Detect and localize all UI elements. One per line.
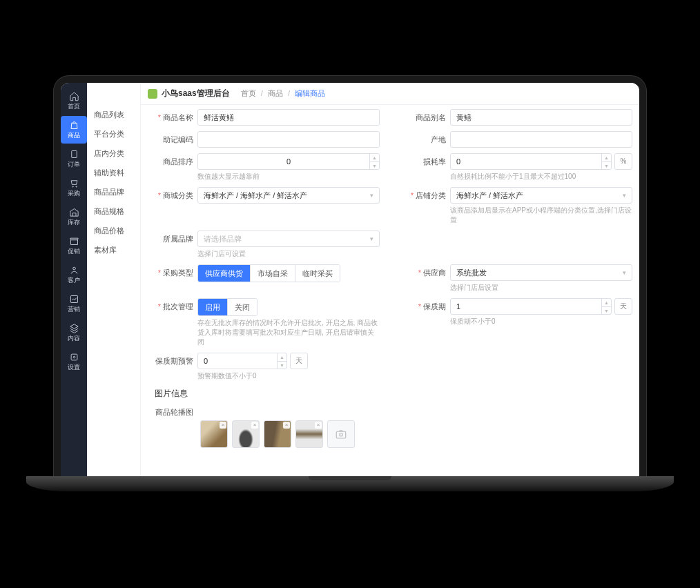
select-mall-cat[interactable]: 海鲜水产 / 海鲜水产 / 鲜活水产 ▾ [197,187,380,204]
gear-icon [68,351,79,362]
add-image-button[interactable] [327,420,355,448]
nav-home[interactable]: 首页 [61,87,87,115]
subnav-item[interactable]: 商品价格 [87,221,140,240]
input-alias[interactable] [450,109,632,126]
nav-setting-label: 设置 [68,363,80,372]
svg-rect-3 [71,354,77,360]
seg-supplier[interactable]: 供应商供货 [198,265,251,282]
nav-goods[interactable]: 商品 [61,116,87,144]
nav-marketing[interactable]: 营销 [61,290,87,317]
select-brand[interactable]: 请选择品牌 ▾ [197,231,380,247]
spin-up-icon[interactable]: ▲ [370,154,379,162]
image-thumb[interactable]: × [232,420,260,448]
image-thumb[interactable]: × [295,420,323,448]
warehouse-icon [68,206,79,217]
subnav-item[interactable]: 商品规格 [87,202,140,221]
subnav-item[interactable]: 素材库 [87,240,140,259]
label-mnemonic: 助记编码 [148,131,193,148]
label-mall-cat: 商城分类 [148,187,193,204]
chevron-down-icon: ▾ [370,235,373,242]
nav-promo[interactable]: 促销 [61,232,87,259]
hint-sort: 数值越大显示越靠前 [197,172,380,182]
label-warn: 保质期预警 [148,353,193,369]
seg-market[interactable]: 市场自采 [251,265,295,282]
unit-day: 天 [290,353,308,369]
subnav-item[interactable]: 店内分类 [87,144,140,163]
subnav-item[interactable]: 平台分类 [87,124,140,144]
spin-down-icon[interactable]: ▼ [370,162,379,170]
nav-stock-label: 库存 [68,218,80,227]
image-thumb[interactable]: × [200,420,228,448]
clipboard-icon [68,148,79,159]
unit-day: 天 [614,298,632,315]
remove-image-icon[interactable]: × [220,422,226,429]
subnav-item[interactable]: 商品品牌 [87,182,140,202]
camera-icon [335,428,347,440]
spin-down-icon[interactable]: ▼ [278,362,286,369]
hint-warn: 预警期数值不小于0 [197,371,380,381]
nav-customer[interactable]: 客户 [61,261,87,288]
subnav-item[interactable]: 商品列表 [87,105,140,124]
label-alias: 商品别名 [400,109,446,126]
label-origin: 产地 [400,131,446,148]
laptop-screen: 首页 商品 订单 采购 库存 促销 [61,83,639,476]
laptop-notch [309,476,391,480]
label-store-cat: 店铺分类 [400,187,446,204]
chart-icon [68,293,79,304]
bag-icon [68,119,79,130]
remove-image-icon[interactable]: × [283,422,290,429]
spin-down-icon[interactable]: ▼ [602,307,611,315]
svg-point-1 [72,267,75,270]
nav-setting[interactable]: 设置 [61,348,87,375]
input-mnemonic[interactable] [197,131,380,148]
nav-goods-label: 商品 [68,131,80,140]
image-thumb[interactable]: × [264,420,291,448]
nav-content[interactable]: 内容 [61,319,87,346]
nav-stock[interactable]: 库存 [61,203,87,231]
cart-icon [68,177,79,188]
subnav-item[interactable]: 辅助资料 [87,163,140,182]
remove-image-icon[interactable]: × [251,422,258,429]
input-sort[interactable]: 0 ▲▼ [197,153,380,170]
remove-image-icon[interactable]: × [315,422,322,429]
input-warn[interactable]: 0 ▲▼ [197,353,287,369]
nav-home-label: 首页 [68,102,80,111]
crumb-goods[interactable]: 商品 [268,89,283,97]
nav-purchase-label: 采购 [68,189,80,198]
input-shelf[interactable]: 1 ▲▼ [450,298,612,315]
nav-order-label: 订单 [68,160,80,169]
seg-temp[interactable]: 临时采买 [295,265,340,282]
nav-promo-label: 促销 [68,247,80,256]
logo-icon [148,89,157,99]
select-supplier[interactable]: 系统批发 ▾ [450,264,632,281]
home-icon [68,90,79,101]
nav-content-label: 内容 [68,334,80,343]
storefront-icon [68,235,79,246]
input-loss[interactable]: 0 ▲▼ [450,153,612,170]
user-icon [68,264,79,275]
chevron-down-icon: ▾ [370,192,373,199]
unit-percent: % [614,153,632,170]
segment-batch: 启用 关闭 [197,298,257,316]
label-name: 商品名称 [148,109,193,126]
spin-down-icon[interactable]: ▼ [602,162,611,170]
seg-batch-on[interactable]: 启用 [198,299,228,315]
topbar: 小鸟saas管理后台 首页 / 商品 / 编辑商品 [141,83,639,105]
input-origin[interactable] [450,131,632,148]
crumb-home[interactable]: 首页 [241,89,256,97]
select-store-cat[interactable]: 海鲜水产 / 鲜活水产 ▾ [450,187,632,204]
breadcrumb: 首页 / 商品 / 编辑商品 [241,88,325,99]
label-sort: 商品排序 [148,153,193,170]
seg-batch-off[interactable]: 关闭 [228,299,257,315]
nav-purchase[interactable]: 采购 [61,174,87,202]
label-supplier: 供应商 [400,264,446,281]
nav-marketing-label: 营销 [68,305,80,314]
spin-up-icon[interactable]: ▲ [602,299,611,307]
spin-up-icon[interactable]: ▲ [602,154,611,162]
input-name[interactable] [197,109,380,126]
primary-nav: 首页 商品 订单 采购 库存 促销 [61,83,87,476]
nav-order[interactable]: 订单 [61,145,87,173]
label-loss: 损耗率 [400,153,446,170]
spin-up-icon[interactable]: ▲ [278,353,286,362]
svg-point-6 [340,433,343,437]
